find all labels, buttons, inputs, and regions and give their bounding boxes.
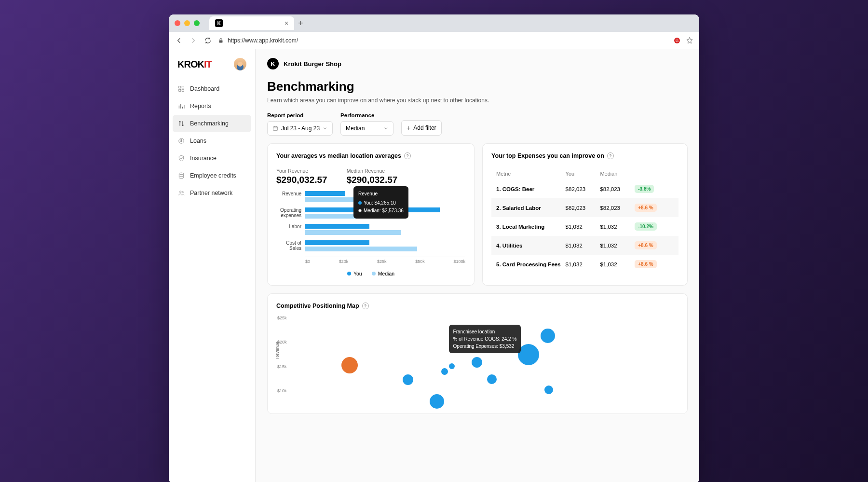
- you-cell: $82,023: [566, 205, 600, 211]
- page-subtitle: Learn which areas you can improve on and…: [267, 97, 688, 104]
- user-avatar[interactable]: [234, 58, 246, 70]
- shop-name: Krokit Burger Shop: [284, 60, 341, 68]
- people-icon: [177, 189, 185, 197]
- legend-median: Median: [372, 271, 394, 276]
- performance-select[interactable]: Median: [340, 121, 393, 136]
- close-window-button[interactable]: [175, 20, 180, 26]
- chevron-down-icon: [323, 126, 327, 131]
- your-revenue-value: $290,032.57: [276, 175, 327, 185]
- maximize-window-button[interactable]: [194, 20, 200, 26]
- bars-container: [305, 224, 465, 236]
- median-cell: $1,032: [600, 224, 635, 230]
- bar-label: Revenue: [276, 191, 305, 196]
- bookmark-star-icon[interactable]: [686, 37, 693, 44]
- add-filter-button[interactable]: + Add filter: [401, 120, 442, 136]
- x-tick: $25k: [377, 259, 387, 264]
- minimize-window-button[interactable]: [184, 20, 190, 26]
- new-tab-button[interactable]: +: [298, 18, 303, 28]
- bubble[interactable]: [430, 394, 444, 409]
- sidebar: KROKIT Dashboard Reports Benchmarking: [169, 49, 256, 482]
- chart-legend: You Median: [276, 271, 465, 276]
- database-icon: [177, 172, 185, 179]
- median-cell: $82,023: [600, 186, 635, 192]
- bar-median[interactable]: [305, 230, 401, 235]
- sidebar-item-employee-credits[interactable]: Employee credits: [169, 167, 255, 184]
- scatter-plot: Revenue $25k $20k $15k $10k: [296, 318, 678, 405]
- bar-row: Cost of Sales: [305, 240, 465, 253]
- bar-median[interactable]: [305, 197, 353, 202]
- you-cell: $1,032: [566, 262, 600, 267]
- browser-tab[interactable]: K ×: [209, 16, 294, 30]
- period-select[interactable]: Jul 23 - Aug 23: [267, 121, 333, 136]
- svg-point-11: [182, 192, 183, 193]
- shop-header: K Krokit Burger Shop: [267, 58, 688, 69]
- you-cell: $1,032: [566, 224, 600, 230]
- filter-perf-label: Performance: [340, 112, 393, 118]
- metric-cell: 1. COGS: Beer: [496, 186, 566, 192]
- sidebar-item-loans[interactable]: $ Loans: [169, 132, 255, 150]
- shield-icon: [177, 154, 185, 162]
- bubble-you[interactable]: [341, 357, 358, 373]
- table-row[interactable]: 2. Salaried Labor $82,023 $82,023 +8.6 %: [491, 198, 678, 217]
- reload-button[interactable]: [203, 37, 212, 44]
- sidebar-item-insurance[interactable]: Insurance: [169, 150, 255, 167]
- filter-bar: Report period Jul 23 - Aug 23 Performanc…: [267, 112, 688, 136]
- help-icon[interactable]: ?: [607, 152, 614, 159]
- bar-you[interactable]: [305, 240, 369, 245]
- arrows-icon: [177, 120, 185, 127]
- help-icon[interactable]: ?: [404, 152, 411, 159]
- you-cell: $1,032: [566, 243, 600, 248]
- scatter-tooltip: Franchisee location % of Revenue COGS: 2…: [449, 325, 521, 353]
- table-row[interactable]: 5. Card Processing Fees $1,032 $1,032 +8…: [491, 255, 678, 274]
- bubble[interactable]: [472, 357, 482, 368]
- sidebar-item-benchmarking[interactable]: Benchmarking: [173, 115, 251, 132]
- bar-median[interactable]: [305, 247, 417, 251]
- back-button[interactable]: [175, 36, 183, 45]
- y-tick: $25k: [277, 316, 287, 320]
- close-tab-icon[interactable]: ×: [285, 19, 288, 27]
- median-revenue-value: $290,032.57: [347, 175, 398, 185]
- sidebar-item-dashboard[interactable]: Dashboard: [169, 80, 255, 97]
- delta-cell: -3.8%: [635, 185, 674, 193]
- extension-icon[interactable]: G: [673, 37, 681, 44]
- bar-label: Cost of Sales: [276, 240, 305, 251]
- table-row[interactable]: 3. Local Marketing $1,032 $1,032 -10.2%: [491, 217, 678, 236]
- bubble[interactable]: [544, 386, 553, 394]
- scatter-card-title: Competitive Positioning Map ?: [276, 303, 678, 309]
- x-axis: $0$20k$25k$50k$100k: [305, 257, 465, 264]
- url-text: https://www.app.krokit.com/: [228, 37, 298, 44]
- delta-cell: +8.6 %: [635, 241, 674, 249]
- bar-you[interactable]: [305, 191, 345, 196]
- filter-period: Report period Jul 23 - Aug 23: [267, 112, 333, 136]
- url-input[interactable]: https://www.app.krokit.com/: [218, 37, 667, 44]
- delta-cell: -10.2%: [635, 222, 674, 231]
- table-row[interactable]: 1. COGS: Beer $82,023 $82,023 -3.8%: [491, 179, 678, 198]
- delta-badge: +8.6 %: [635, 241, 656, 249]
- metric-cell: 5. Card Processing Fees: [496, 262, 566, 267]
- bars-container: [305, 240, 465, 253]
- delta-cell: +8.6 %: [635, 260, 674, 268]
- sidebar-item-partner-network[interactable]: Partner network: [169, 184, 255, 202]
- bubble[interactable]: [487, 374, 497, 384]
- help-icon[interactable]: ?: [362, 303, 369, 309]
- median-revenue-block: Median Revenue $290,032.57: [347, 168, 398, 185]
- sidebar-item-reports[interactable]: Reports: [169, 97, 255, 115]
- y-tick: $20k: [277, 340, 287, 344]
- bar-you[interactable]: [305, 224, 369, 229]
- expenses-table: Metric You Median 1. COGS: Beer $82,023 …: [491, 168, 678, 274]
- bar-label: Labor: [276, 224, 305, 229]
- sidebar-item-label: Dashboard: [190, 85, 219, 92]
- table-row[interactable]: 4. Utilities $1,032 $1,032 +8.6 %: [491, 236, 678, 255]
- forward-button[interactable]: [189, 36, 198, 45]
- cards-row: Your averages vs median location average…: [267, 143, 688, 286]
- y-tick: $10k: [277, 388, 287, 393]
- expenses-card: Your top Expenses you can improve on ? M…: [482, 143, 688, 286]
- chevron-down-icon: [383, 126, 388, 131]
- delta-badge: -3.8%: [635, 185, 654, 193]
- bubble[interactable]: [441, 368, 448, 375]
- bubble[interactable]: [518, 344, 539, 365]
- bubble[interactable]: [449, 363, 455, 369]
- bubble[interactable]: [403, 374, 413, 385]
- bubble[interactable]: [541, 329, 555, 343]
- delta-badge: -10.2%: [635, 222, 657, 231]
